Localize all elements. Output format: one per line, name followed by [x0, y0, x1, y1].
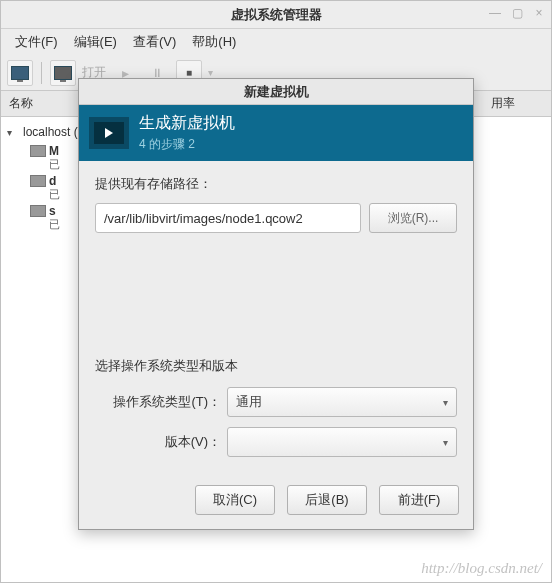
vm-icon: [27, 205, 49, 217]
monitor-icon: [30, 205, 46, 217]
dialog-footer: 取消(C) 后退(B) 前进(F): [79, 481, 473, 529]
vm-name: s: [49, 205, 60, 218]
vm-name: d: [49, 175, 60, 188]
column-rate[interactable]: 用率: [491, 95, 551, 112]
dialog-header-title: 生成新虚拟机: [139, 113, 235, 134]
dialog-body: 提供现有存储路径： 浏览(R)... 选择操作系统类型和版本 操作系统类型(T)…: [79, 161, 473, 481]
vm-icon: [27, 175, 49, 187]
vm-icon: [27, 145, 49, 157]
os-section-title: 选择操作系统类型和版本: [95, 357, 457, 375]
dialog-step-label: 4 的步骤 2: [139, 136, 235, 153]
main-title: 虚拟系统管理器: [231, 6, 322, 24]
menu-file[interactable]: 文件(F): [9, 31, 64, 53]
dropdown-icon[interactable]: ▾: [208, 67, 213, 78]
monitor-icon: [30, 175, 46, 187]
vm-status: 已: [49, 158, 60, 170]
new-vm-dialog: 新建虚拟机 生成新虚拟机 4 的步骤 2 提供现有存储路径： 浏览(R)... …: [78, 78, 474, 530]
os-type-label: 操作系统类型(T)：: [95, 393, 227, 411]
menu-edit[interactable]: 编辑(E): [68, 31, 123, 53]
open-vm-button[interactable]: [50, 60, 76, 86]
monitor-icon: [11, 66, 29, 80]
dialog-titlebar: 新建虚拟机: [79, 79, 473, 105]
vm-status: 已: [49, 218, 60, 230]
minimize-button[interactable]: —: [487, 5, 503, 21]
monitor-icon: [54, 66, 72, 80]
os-type-value: 通用: [236, 393, 262, 411]
host-label: localhost (: [19, 125, 78, 139]
os-section: 选择操作系统类型和版本 操作系统类型(T)： 通用 ▾ 版本(V)： ▾: [95, 357, 457, 467]
back-button[interactable]: 后退(B): [287, 485, 367, 515]
play-icon: [105, 128, 113, 138]
browse-button[interactable]: 浏览(R)...: [369, 203, 457, 233]
storage-path-input[interactable]: [95, 203, 361, 233]
expander-icon[interactable]: ▾: [7, 127, 19, 138]
cancel-button[interactable]: 取消(C): [195, 485, 275, 515]
version-combo[interactable]: ▾: [227, 427, 457, 457]
os-type-combo[interactable]: 通用 ▾: [227, 387, 457, 417]
storage-path-label: 提供现有存储路径：: [95, 175, 457, 193]
menu-help[interactable]: 帮助(H): [186, 31, 242, 53]
version-label: 版本(V)：: [95, 433, 227, 451]
dialog-header: 生成新虚拟机 4 的步骤 2: [79, 105, 473, 161]
close-button[interactable]: ×: [531, 5, 547, 21]
main-titlebar: 虚拟系统管理器 — ▢ ×: [1, 1, 551, 29]
chevron-down-icon: ▾: [443, 397, 448, 408]
toolbar-separator: [41, 62, 42, 84]
maximize-button[interactable]: ▢: [509, 5, 525, 21]
menubar: 文件(F) 编辑(E) 查看(V) 帮助(H): [1, 29, 551, 55]
vm-status: 已: [49, 188, 60, 200]
chevron-down-icon: ▾: [443, 437, 448, 448]
window-controls: — ▢ ×: [487, 5, 547, 21]
menu-view[interactable]: 查看(V): [127, 31, 182, 53]
dialog-title: 新建虚拟机: [244, 83, 309, 101]
watermark: http://blog.csdn.net/: [421, 560, 542, 577]
forward-button[interactable]: 前进(F): [379, 485, 459, 515]
dialog-header-icon: [89, 117, 129, 149]
stop-icon: ■: [186, 67, 192, 78]
new-vm-button[interactable]: [7, 60, 33, 86]
vm-name: M: [49, 145, 60, 158]
monitor-icon: [30, 145, 46, 157]
